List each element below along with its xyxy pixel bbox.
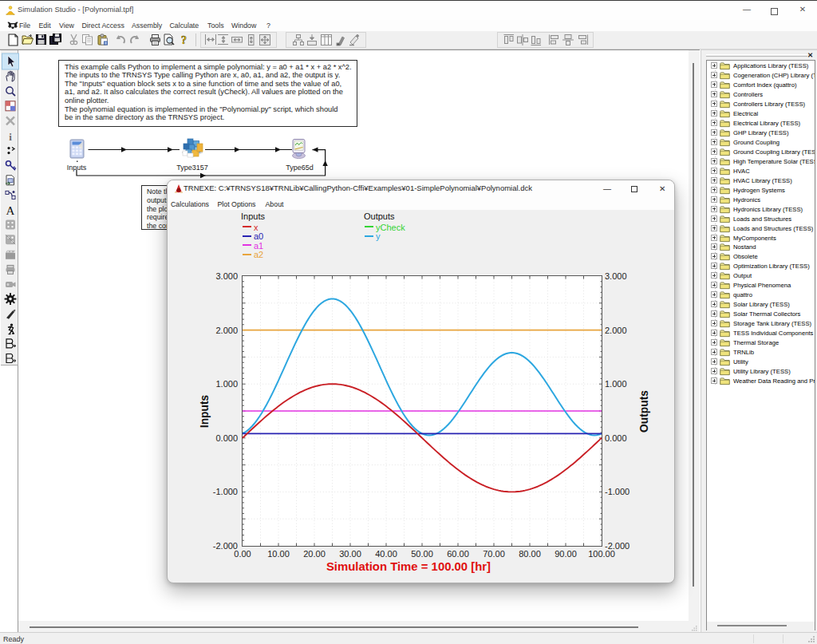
svg-text:?: ? (181, 34, 187, 46)
